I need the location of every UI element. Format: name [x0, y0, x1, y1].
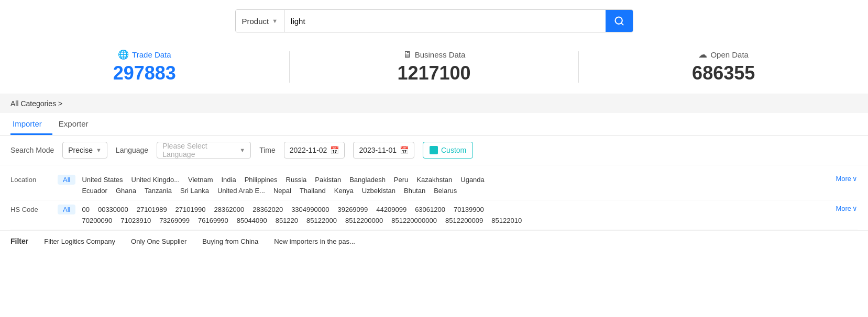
list-item[interactable]: United Arab E...	[215, 186, 271, 196]
list-item[interactable]: 70200090	[80, 216, 118, 225]
list-item[interactable]: 28362000	[212, 205, 250, 214]
list-item[interactable]: 85122000	[304, 216, 343, 225]
stat-open[interactable]: ☁ Open Data 686355	[579, 49, 868, 84]
list-item[interactable]: Kenya	[332, 186, 360, 196]
list-item[interactable]: Bhutan	[402, 186, 432, 196]
time-label: Time	[259, 146, 276, 154]
hs-code-all-tag[interactable]: All	[58, 205, 75, 214]
chevron-down-icon: ∨	[852, 175, 858, 183]
hs-code-more-link[interactable]: More ∨	[831, 205, 858, 212]
svg-line-1	[621, 23, 623, 25]
filter-item-buying-china[interactable]: Buying from China	[202, 237, 258, 245]
list-item[interactable]: Russia	[284, 175, 313, 185]
list-item[interactable]: 44209099	[374, 205, 413, 214]
list-item[interactable]: Tanzania	[142, 186, 178, 196]
list-item[interactable]: 85122010	[489, 216, 528, 225]
monitor-icon: 🖥	[403, 50, 412, 60]
search-mode-select[interactable]: Precise ▼	[62, 142, 107, 158]
more-label: More	[836, 205, 851, 212]
trade-data-label: 🌐 Trade Data	[118, 49, 171, 60]
list-item[interactable]: Belarus	[432, 186, 463, 196]
list-item[interactable]: 8512200009	[443, 216, 489, 225]
list-item[interactable]: 8512200000	[343, 216, 389, 225]
list-item[interactable]: 3304990000	[289, 205, 335, 214]
calendar-icon[interactable]: 📅	[400, 146, 409, 154]
location-all-tag[interactable]: All	[58, 175, 75, 185]
search-mode-label: Search Mode	[10, 146, 54, 154]
tab-exporter[interactable]: Exporter	[57, 113, 99, 135]
custom-button[interactable]: Custom	[423, 142, 473, 158]
location-tags: United States United Kingdo... Vietnam I…	[80, 175, 831, 196]
list-item[interactable]: Philippines	[243, 175, 284, 185]
list-item[interactable]: 00330000	[96, 205, 135, 214]
time-from-value: 2022-11-02	[290, 146, 327, 154]
list-item[interactable]: 851220000000	[389, 216, 443, 225]
search-bar: Product ▼	[235, 9, 633, 32]
filter-row: Search Mode Precise ▼ Language Please Se…	[0, 135, 868, 165]
chevron-down-icon: ▼	[272, 18, 278, 24]
data-table: Location All United States United Kingdo…	[0, 165, 868, 230]
list-item[interactable]: 76169990	[196, 216, 235, 225]
list-item[interactable]: 27101990	[173, 205, 212, 214]
list-item[interactable]: 73269099	[157, 216, 196, 225]
list-item[interactable]: United Kingdo...	[129, 175, 186, 185]
list-item[interactable]: Ecuador	[80, 186, 113, 196]
tab-importer[interactable]: Importer	[10, 113, 52, 135]
list-item[interactable]: Vietnam	[186, 175, 219, 185]
list-item[interactable]: Nepal	[271, 186, 298, 196]
list-item[interactable]: 85044090	[235, 216, 273, 225]
calendar-icon[interactable]: 📅	[330, 146, 339, 154]
search-bar-container: Product ▼	[0, 0, 868, 40]
list-item[interactable]: 39269099	[335, 205, 374, 214]
list-item[interactable]: 851220	[273, 216, 304, 225]
tab-exporter-label: Exporter	[59, 119, 89, 128]
time-from-input[interactable]: 2022-11-02 📅	[284, 142, 345, 158]
location-row2: Ecuador Ghana Tanzania Sri Lanka United …	[80, 186, 831, 196]
list-item[interactable]: 28362020	[250, 205, 289, 214]
language-select[interactable]: Please Select Language ▼	[157, 142, 251, 158]
search-type-selector[interactable]: Product ▼	[236, 10, 285, 32]
business-data-label: 🖥 Business Data	[403, 50, 466, 60]
location-row1: United States United Kingdo... Vietnam I…	[80, 175, 831, 185]
open-data-label: ☁ Open Data	[698, 49, 749, 60]
business-data-value: 1217100	[397, 62, 470, 84]
list-item[interactable]: 27101989	[135, 205, 173, 214]
bottom-filter-row: Filter Filter Logitics Company Only One …	[0, 230, 868, 252]
list-item[interactable]: Pakistan	[313, 175, 347, 185]
list-item[interactable]: 00	[80, 205, 95, 214]
location-more-link[interactable]: More ∨	[831, 175, 858, 183]
time-to-input[interactable]: 2023-11-01 📅	[353, 142, 414, 158]
globe-icon: 🌐	[118, 49, 129, 60]
list-item[interactable]: Uganda	[458, 175, 491, 185]
categories-bar[interactable]: All Categories >	[0, 94, 868, 113]
tab-importer-label: Importer	[13, 119, 42, 128]
time-to-value: 2023-11-01	[359, 146, 397, 154]
list-item[interactable]: India	[219, 175, 242, 185]
search-input[interactable]	[284, 10, 605, 32]
filter-item-one-supplier[interactable]: Only One Supplier	[131, 237, 186, 245]
search-button[interactable]	[606, 10, 633, 32]
list-item[interactable]: 71023910	[118, 216, 157, 225]
list-item[interactable]: 63061200	[413, 205, 452, 214]
chevron-down-icon: ▼	[96, 147, 102, 153]
list-item[interactable]: Bangladesh	[347, 175, 392, 185]
list-item[interactable]: Ghana	[114, 186, 142, 196]
list-item[interactable]: Thailand	[298, 186, 332, 196]
categories-label: All Categories >	[10, 99, 62, 108]
list-item[interactable]: Uzbekistan	[360, 186, 402, 196]
trade-data-value: 297883	[113, 62, 176, 84]
stat-trade[interactable]: 🌐 Trade Data 297883	[0, 49, 289, 84]
list-item[interactable]: United States	[80, 175, 129, 185]
list-item[interactable]: 70139900	[452, 205, 490, 214]
tabs-row: Importer Exporter	[0, 113, 868, 135]
filter-item-new-importers[interactable]: New importers in the pas...	[274, 237, 355, 245]
hs-code-label: HS Code	[10, 205, 58, 213]
filter-item-logistics[interactable]: Filter Logitics Company	[44, 237, 115, 245]
stat-business[interactable]: 🖥 Business Data 1217100	[290, 50, 579, 84]
language-label: Language	[116, 146, 148, 154]
list-item[interactable]: Sri Lanka	[178, 186, 215, 196]
list-item[interactable]: Kazakhstan	[414, 175, 458, 185]
hs-code-row1: 00 00330000 27101989 27101990 28362000 2…	[80, 205, 831, 214]
hs-code-row: HS Code All 00 00330000 27101989 2710199…	[10, 200, 858, 230]
list-item[interactable]: Peru	[392, 175, 414, 185]
